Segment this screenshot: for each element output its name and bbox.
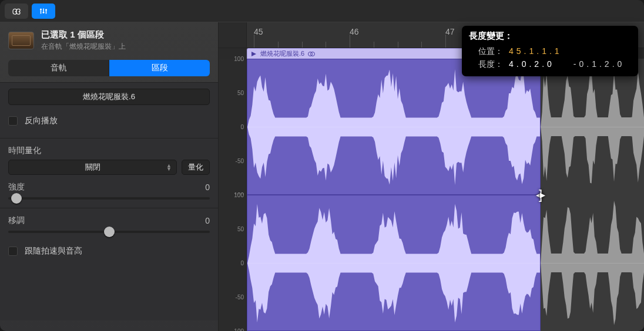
tooltip-title: 長度變更： xyxy=(469,31,631,42)
waveform-plot[interactable] xyxy=(247,195,644,331)
loop-icon xyxy=(11,7,22,15)
y-tick-label: 0 xyxy=(240,124,244,130)
waveform-lanes[interactable]: 100500-50-100100500-50-100◂]▸ xyxy=(219,59,644,331)
strength-slider-thumb[interactable] xyxy=(11,193,22,204)
svg-point-2 xyxy=(43,11,45,13)
follow-tempo-checkbox[interactable] xyxy=(8,246,18,256)
region-header-label: 燃燒花呢服裝.6 xyxy=(260,49,304,58)
y-tick-label: 50 xyxy=(237,90,244,96)
play-icon xyxy=(251,51,257,57)
transpose-value[interactable]: 0 xyxy=(205,216,210,225)
waveform-lane[interactable]: 100500-50-100 xyxy=(219,59,644,195)
tab-track[interactable]: 音軌 xyxy=(8,60,109,76)
quantize-button[interactable]: 量化 xyxy=(182,160,210,175)
y-tick-label: -100 xyxy=(232,328,244,332)
inspector-tabs: 音軌 區段 xyxy=(0,56,218,82)
tooltip-len-value: 4.0.2.0 xyxy=(509,58,555,70)
loop-mode-button[interactable] xyxy=(5,4,28,19)
reverse-playback-label: 反向播放 xyxy=(25,116,58,126)
top-toolbar xyxy=(0,0,644,22)
selection-subtitle: 在音軌「燃燒花呢服裝」上 xyxy=(41,42,210,52)
selected-region[interactable] xyxy=(247,59,541,195)
transpose-slider-thumb[interactable] xyxy=(104,227,115,237)
selected-region[interactable] xyxy=(247,195,541,331)
y-axis: 100500-50-100 xyxy=(219,59,247,195)
strength-value[interactable]: 0 xyxy=(205,183,210,192)
y-tick-label: 50 xyxy=(237,226,244,232)
tooltip-pos-label: 位置： xyxy=(478,45,505,58)
strength-label: 強度 xyxy=(8,182,25,192)
region-name-field[interactable]: 燃燒花呢服裝.6 xyxy=(8,89,210,105)
audio-editor: 454647 燃燒花呢服裝.6 100500-50-100100500-50-1… xyxy=(219,22,644,331)
y-axis: 100500-50-100 xyxy=(219,195,247,331)
strength-slider[interactable] xyxy=(8,197,210,200)
stereo-icon xyxy=(308,51,315,57)
tab-region[interactable]: 區段 xyxy=(109,60,210,76)
svg-point-0 xyxy=(40,8,42,10)
filter-button[interactable] xyxy=(32,4,55,19)
y-tick-label: 100 xyxy=(234,56,244,62)
y-tick-label: 100 xyxy=(234,192,244,198)
length-change-tooltip: 長度變更： 位置： 45.1.1.1 長度： 4.0.2.0 -0.1.2.0 xyxy=(462,26,638,76)
follow-tempo-label: 跟隨拍速與音高 xyxy=(25,246,82,256)
y-tick-label: -50 xyxy=(236,294,244,300)
svg-rect-3 xyxy=(43,8,44,11)
quantize-select-value: 關閉 xyxy=(85,162,100,173)
ruler-bar-number: 46 xyxy=(350,27,359,36)
chevron-updown-icon: ▲▼ xyxy=(166,164,172,171)
filter-icon xyxy=(38,7,49,15)
quantize-select[interactable]: 關閉 ▲▼ xyxy=(8,160,177,175)
ruler-bar-number: 45 xyxy=(254,27,263,36)
follow-tempo-row[interactable]: 跟隨拍速與音高 xyxy=(8,242,210,260)
waveform-lane[interactable]: 100500-50-100 xyxy=(219,195,644,331)
y-tick-label: -50 xyxy=(236,158,244,164)
quantize-section-label: 時間量化 xyxy=(8,146,210,156)
selection-title: 已選取 1 個區段 xyxy=(41,29,210,40)
tooltip-len-delta: -0.1.2.0 xyxy=(573,58,625,70)
trimmed-region xyxy=(541,59,644,195)
reverse-playback-row[interactable]: 反向播放 xyxy=(8,112,210,130)
reverse-playback-checkbox[interactable] xyxy=(8,116,18,126)
inspector-panel: 已選取 1 個區段 在音軌「燃燒花呢服裝」上 音軌 區段 燃燒花呢服裝.6 反向… xyxy=(0,22,219,331)
svg-rect-1 xyxy=(41,10,42,13)
svg-rect-5 xyxy=(46,11,47,13)
inspector-header: 已選取 1 個區段 在音軌「燃燒花呢服裝」上 xyxy=(0,22,218,56)
ruler-bar-number: 47 xyxy=(445,27,455,36)
transpose-label: 移調 xyxy=(8,215,25,226)
tooltip-pos-value: 45.1.1.1 xyxy=(509,45,562,58)
trimmed-region xyxy=(541,195,644,331)
svg-point-4 xyxy=(45,9,47,11)
tooltip-len-label: 長度： xyxy=(478,58,505,70)
y-tick-label: 0 xyxy=(240,260,244,266)
waveform-plot[interactable] xyxy=(247,59,644,195)
track-icon xyxy=(8,32,34,49)
transpose-slider[interactable] xyxy=(8,231,210,233)
